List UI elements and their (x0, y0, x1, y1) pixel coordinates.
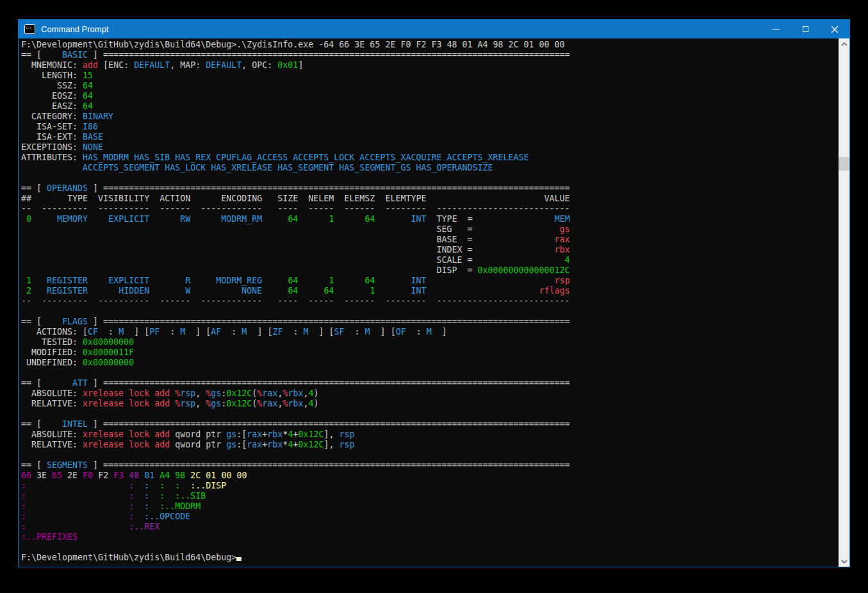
terminal-line: MODIFIED: 0x0000011F (21, 347, 837, 358)
text-segment: [ (391, 327, 396, 337)
text-segment: rflags (539, 286, 570, 296)
terminal-line: EASZ: 64 (21, 101, 837, 112)
text-segment: F:\Development\GitHub\zydis\Build64\Debu… (21, 40, 565, 49)
spacer (334, 276, 364, 285)
scroll-down-button[interactable] (839, 556, 849, 567)
spacer (21, 265, 436, 275)
terminal-line: F:\Development\GitHub\zydis\Build64\Debu… (21, 40, 837, 50)
terminal-line: == [ ATT ] =============================… (21, 378, 837, 388)
text-segment: ========================================… (103, 460, 570, 470)
text-segment: : (21, 481, 26, 490)
text-segment: -------------------------- (436, 204, 569, 213)
text-segment: RELATIVE: (21, 399, 83, 408)
text-segment: BASE (83, 132, 103, 142)
text-segment: 0x00000000 (83, 358, 134, 367)
cmd-icon (24, 24, 35, 34)
terminal-line (21, 306, 837, 317)
terminal-line: SSZ: 64 (21, 81, 837, 91)
text-segment: ] (370, 327, 391, 337)
text-segment: DISP = (436, 265, 472, 275)
spacer (298, 276, 329, 285)
spacer (375, 214, 411, 224)
text-segment: == [ (21, 419, 62, 429)
text-segment: ) (313, 388, 318, 398)
minimize-icon (773, 29, 780, 29)
text-segment: MEMORY (57, 214, 88, 224)
spacer (190, 286, 242, 296)
text-segment: A4 (160, 471, 170, 480)
text-segment: ] (88, 317, 103, 326)
text-segment: :..REX (129, 522, 160, 531)
text-segment: EXCEPTIONS: (21, 142, 83, 152)
text-segment: MODRM_RM (221, 214, 262, 224)
maximize-icon (803, 26, 808, 32)
terminal-line: INDEX = rbx (21, 245, 837, 255)
scrollbar-thumb[interactable] (839, 157, 849, 171)
spacer (26, 481, 129, 490)
text-segment: RW (180, 214, 190, 224)
text-segment: TYPE = (437, 214, 473, 224)
terminal-line: CATEGORY: BINARY (21, 112, 837, 122)
terminal-line: == [ INTEL ] ===========================… (21, 419, 837, 430)
text-segment: , (195, 399, 206, 408)
text-segment: ] (308, 327, 329, 337)
spacer (21, 163, 83, 172)
terminal-line: 2 REGISTER HIDDEN W NONE 64 64 1 INT rfl… (21, 286, 837, 296)
text-segment: ABSOLUTE: (21, 388, 83, 398)
text-segment: : (129, 512, 134, 521)
text-segment: I86 (83, 122, 98, 131)
spacer (334, 214, 364, 224)
text-segment: gs (560, 224, 570, 234)
spacer (21, 276, 26, 285)
spacer (108, 471, 113, 480)
spacer (427, 276, 555, 285)
terminal-line: -- --------- ---------- ------ ---------… (21, 204, 837, 214)
text-segment: 0x000000000000012C (478, 265, 570, 275)
terminal-line: RELATIVE: xrelease lock add qword ptr gs… (21, 440, 837, 450)
text-segment: FLAGS (62, 317, 88, 326)
command-prompt-window: Command Prompt F:\Development\GitHub\zyd… (18, 19, 850, 567)
text-segment: F0 (83, 471, 93, 480)
text-segment: [ENC: (98, 60, 134, 70)
spacer (21, 235, 436, 244)
text-segment: 2E (67, 471, 78, 480)
titlebar[interactable]: Command Prompt (19, 20, 849, 38)
terminal-line: :..PREFIXES (21, 532, 837, 542)
text-segment: gs (211, 399, 221, 408)
text-segment: SSZ: (21, 81, 83, 90)
spacer (427, 214, 437, 224)
text-segment: F:\Development\GitHub\zydis\Build64\Debu… (21, 553, 236, 562)
text-segment: rbx (555, 245, 570, 255)
terminal-line: RELATIVE: xrelease lock add %rsp, %gs:0x… (21, 399, 837, 409)
terminal-line: LENGTH: 15 (21, 71, 837, 81)
window-title: Command Prompt (41, 24, 108, 34)
close-icon (831, 26, 839, 33)
text-segment: ========================================… (103, 378, 570, 388)
text-segment: : (345, 327, 365, 337)
close-button[interactable] (820, 20, 849, 38)
text-segment: == [ (21, 183, 47, 193)
text-segment: xrelease lock add (83, 399, 175, 408)
text-segment: 4 (565, 255, 570, 265)
spacer (78, 471, 83, 480)
text-segment: , OPC: (242, 60, 277, 70)
text-segment: : (160, 481, 165, 490)
scroll-up-button[interactable] (839, 38, 849, 49)
terminal-line (21, 368, 837, 378)
text-segment: rbx (288, 399, 303, 408)
minimize-button[interactable] (761, 20, 790, 38)
text-segment: ] (88, 378, 103, 388)
text-segment: ] (432, 327, 447, 337)
terminal-line: == [ OPERANDS ] ========================… (21, 183, 837, 194)
text-segment: ISA-SET: (21, 122, 83, 131)
text-segment: 2 (26, 286, 31, 296)
text-segment: :[ (236, 430, 247, 439)
terminal-line: ## TYPE VISIBILITY ACTION ENCODING SIZE … (21, 194, 837, 204)
text-segment: HAS_MODRM HAS_SIB HAS_REX CPUFLAG_ACCESS… (83, 153, 528, 162)
text-segment: ABSOLUTE: (21, 430, 83, 439)
text-segment: M (119, 327, 124, 337)
text-segment: ] (88, 460, 103, 470)
spacer (134, 501, 144, 511)
maximize-button[interactable] (790, 20, 820, 38)
vertical-scrollbar[interactable] (839, 38, 849, 567)
